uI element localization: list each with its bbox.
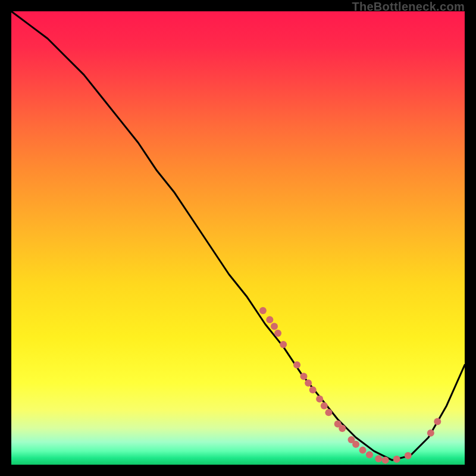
watermark-text: TheBottleneck.com (352, 0, 465, 14)
chart-container: TheBottleneck.com (0, 0, 476, 476)
plot-area (11, 11, 465, 465)
gradient-background (11, 11, 465, 465)
